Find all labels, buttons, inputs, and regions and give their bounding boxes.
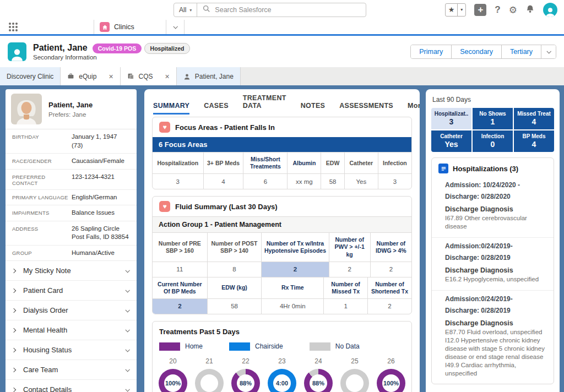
chevron-right-icon	[12, 347, 16, 352]
focus-value: 4	[203, 174, 243, 189]
primary-button[interactable]: Primary	[411, 45, 451, 58]
tab-summary[interactable]: SUMMARY	[153, 102, 189, 115]
workspace-tab-discovery-clinic[interactable]: Discovery Clinic	[0, 67, 61, 85]
secondary-button[interactable]: Secondary	[451, 45, 501, 58]
close-icon[interactable]: ×	[165, 72, 170, 81]
detail-label: IMPAIRMENTS	[12, 209, 72, 216]
treatment-donut[interactable]: 88%	[231, 369, 260, 392]
fluid-col-number-of-missed-tx: Number of Missed Tx	[323, 277, 367, 298]
search-scope-dropdown[interactable]: All ▾	[174, 3, 197, 17]
focus-value: xx mg	[287, 174, 321, 189]
notifications-bell-icon[interactable]	[525, 4, 535, 16]
tile-hospitalizat[interactable]: Hospitalizat..3	[431, 108, 471, 129]
detail-value: 123-1234-4321	[72, 173, 115, 182]
section-label: Contact Details	[23, 385, 126, 392]
tab-cases[interactable]: CASES	[204, 102, 229, 115]
fluid-value: 58	[207, 299, 262, 314]
focus-table-header: Hospitalization3+ BP MedsMiss/Short Trea…	[153, 152, 411, 173]
focus-areas-title: Focus Areas - Patient Falls In	[175, 123, 275, 132]
focus-value: 58	[321, 174, 344, 189]
chevron-right-icon	[12, 328, 16, 332]
caret-down-icon[interactable]: ▾	[457, 4, 465, 16]
workspace-tab-patient-jane[interactable]: Patient, Jane	[177, 67, 241, 85]
search-input[interactable]	[215, 6, 360, 14]
close-icon[interactable]: ×	[109, 72, 113, 81]
legend-swatch	[229, 342, 250, 351]
fluid-col-rx-time: Rx Time	[261, 277, 323, 298]
section-mental-health[interactable]: Mental Health	[6, 320, 137, 340]
global-search[interactable]: All ▾	[173, 3, 366, 17]
tile-value: 3	[432, 117, 470, 126]
section-care-team[interactable]: Care Team	[6, 360, 137, 380]
star-icon[interactable]: ★	[446, 4, 458, 16]
patient-photo	[11, 94, 42, 124]
tab-more[interactable]: More	[408, 102, 420, 115]
chevron-down-icon	[125, 328, 129, 332]
fluid-value: 1	[323, 299, 367, 314]
tertiary-button[interactable]: Tertiary	[501, 45, 541, 58]
detail-row-primary-language: PRIMARY LANGUAGEEnglish/German	[6, 190, 137, 206]
section-contact-details[interactable]: Contact Details	[6, 380, 137, 392]
detail-value: Caucasian/Female	[72, 157, 124, 166]
section-dialysis-order[interactable]: Dialysis Order	[6, 301, 137, 320]
tab-assessments[interactable]: ASSESSMENTS	[339, 102, 393, 115]
chevron-right-icon	[12, 268, 16, 273]
treatment-donut[interactable]: 100%	[159, 369, 187, 392]
focus-value: 3	[378, 174, 411, 189]
section-patient-card[interactable]: Patient Card	[6, 281, 137, 301]
hospitalization-entries: Admission: 10/24/2020 -Discharge: 0/28/2…	[432, 177, 554, 384]
tile-missed-treat[interactable]: Missed Treat4	[514, 108, 554, 129]
section-my-sticky-note[interactable]: My Sticky Note	[6, 261, 137, 281]
actions-dropdown-button[interactable]	[541, 45, 556, 58]
detail-label: BIRTHDAY	[12, 133, 72, 140]
treatment-donut[interactable]	[195, 369, 224, 392]
add-icon[interactable]: +	[474, 4, 486, 16]
diagnosis-text: I67.89 Other cerebrovascular disease	[445, 214, 547, 231]
nav-more-chevron[interactable]	[166, 20, 185, 34]
detail-value: English/German	[72, 193, 117, 202]
workspace-tab-label: CQS	[139, 73, 153, 80]
treatments-legend: HomeChairsideNo Data	[153, 339, 411, 356]
tile-label: Missed Treat	[515, 111, 553, 117]
app-launcher-icon[interactable]	[9, 23, 18, 31]
donut-center-label	[340, 369, 369, 392]
badge-covid-19-pos: Covid-19 POS	[93, 43, 142, 53]
workspace-tab-cqs[interactable]: CQS×	[121, 67, 177, 85]
fluid-value: 2	[153, 299, 207, 314]
help-icon[interactable]: ?	[495, 4, 500, 15]
treatment-donut[interactable]: 4:00	[268, 369, 296, 392]
tile-label: BP Meds	[515, 133, 553, 139]
user-avatar[interactable]	[543, 3, 557, 17]
tile-no-shows[interactable]: No Shows1	[473, 108, 513, 129]
tab-notes[interactable]: NOTES	[301, 102, 326, 115]
discharge-date: Discharge: 0/28/2020	[445, 193, 547, 200]
tab-treatment-data[interactable]: TREATMENT DATA	[243, 94, 286, 115]
note-icon	[438, 164, 448, 173]
app-tab-clinics[interactable]: Clinics	[94, 20, 166, 34]
focus-areas-banner: 6 Focus Areas	[153, 137, 411, 152]
diagnosis-label: Discharge Diagnosis	[445, 205, 547, 213]
treatment-donut[interactable]	[340, 369, 369, 392]
fluid-summary-title: Fluid Summary (Last 30 Days)	[175, 203, 278, 211]
section-housing-status[interactable]: Housing Status	[6, 340, 137, 360]
patient-avatar-icon	[8, 42, 26, 61]
treatment-donut[interactable]: 100%	[377, 369, 405, 392]
section-label: Patient Card	[23, 286, 126, 295]
tile-infection[interactable]: Infection0	[473, 130, 513, 152]
treatment-day-20: 20100%4+	[155, 357, 191, 392]
workspace-tab-equip[interactable]: eQuip×	[61, 67, 120, 85]
tile-catheter[interactable]: CatheterYes	[431, 130, 471, 152]
favorites-control[interactable]: ★ ▾	[445, 3, 467, 17]
tile-bp-meds[interactable]: BP Meds4	[514, 130, 554, 152]
fluid-value: 2	[367, 299, 411, 314]
fluid-col-number-of-post-sbp-140: Number of POST SBP > 140	[207, 233, 262, 261]
fluid-value: 2	[261, 262, 328, 277]
treatment-donut[interactable]: 88%	[304, 369, 333, 392]
utility-icons: ★ ▾ + ? ⚙	[445, 3, 557, 17]
detail-row-preferred-contact: PREFERRED CONTACT123-1234-4321	[6, 170, 137, 190]
setup-gear-icon[interactable]: ⚙	[509, 4, 517, 16]
patient-details-list: BIRTHDAYJanuary 1, 1947 (73)RACE/GENDERC…	[6, 129, 137, 261]
detail-row-impairments: IMPAIRMENTSBalance Issues	[6, 205, 137, 221]
diagnosis-text: I49.9 Cardiac arrhythmia, unspecified	[445, 361, 547, 378]
diagnosis-text: E87.70 Fluid overload, unspecified	[445, 328, 547, 336]
